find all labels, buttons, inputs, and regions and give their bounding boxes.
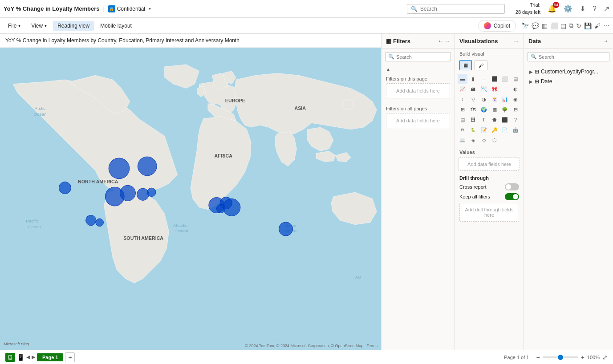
keep-filters-toggle[interactable] bbox=[505, 193, 519, 200]
format-icon[interactable]: 🖌 bbox=[594, 22, 601, 29]
refresh-icon[interactable]: ↻ bbox=[576, 22, 581, 29]
copilot-btn[interactable]: Copilot bbox=[478, 20, 516, 32]
drill-dropzone[interactable]: Add drill through fields here bbox=[459, 203, 519, 222]
data-tree-item-date[interactable]: ▶ ⊞ Date bbox=[528, 77, 609, 86]
view-menu[interactable]: View ▾ bbox=[27, 21, 51, 31]
viz-line[interactable]: 📈 bbox=[458, 84, 467, 94]
viz-smart-narrative[interactable]: 📝 bbox=[479, 125, 489, 135]
viz-extra4[interactable]: ⋯ bbox=[500, 135, 510, 145]
viz-key-influencer[interactable]: 🔑 bbox=[490, 125, 499, 135]
viz-line-cluster[interactable]: 📉 bbox=[479, 84, 489, 94]
viz-r[interactable]: R bbox=[458, 125, 467, 135]
search-box[interactable]: 🔍 bbox=[407, 4, 505, 14]
viz-stacked-bar2[interactable]: ≡ bbox=[479, 74, 489, 84]
file-menu[interactable]: File ▾ bbox=[4, 21, 25, 31]
filter-search-input[interactable] bbox=[396, 54, 448, 60]
viz-extra1[interactable]: ◈ bbox=[468, 135, 478, 145]
bubble-14[interactable] bbox=[279, 222, 292, 236]
viz-waterfall[interactable]: ↕ bbox=[458, 94, 467, 104]
data-search-input[interactable] bbox=[539, 54, 606, 60]
viz-pie[interactable]: ◐ bbox=[511, 84, 520, 94]
map-canvas[interactable]: NORTH AMERICA SOUTH AMERICA AFRICA ASIA … bbox=[0, 48, 381, 350]
bubble-3[interactable] bbox=[120, 185, 135, 201]
notification-btn[interactable]: 🔔 64 bbox=[548, 4, 556, 13]
settings-btn[interactable]: ⚙️ bbox=[564, 4, 572, 13]
bubble-5[interactable] bbox=[147, 188, 156, 196]
viz-extra3[interactable]: ⬡ bbox=[490, 135, 499, 145]
filters-on-page-menu[interactable]: ⋯ bbox=[445, 76, 450, 81]
zoom-slider-track[interactable] bbox=[543, 356, 578, 358]
viz-map[interactable]: 🗺 bbox=[468, 105, 478, 114]
data-expand-btn[interactable]: → bbox=[602, 37, 609, 44]
share-btn[interactable]: ↗ bbox=[604, 4, 609, 13]
zoom-slider-thumb[interactable] bbox=[558, 355, 563, 360]
next-page-btn[interactable]: ▶ bbox=[32, 354, 35, 360]
bubble-12[interactable] bbox=[223, 199, 240, 216]
viz-table[interactable]: ⊟ bbox=[511, 105, 520, 114]
cross-report-toggle[interactable] bbox=[505, 183, 519, 190]
expand-icon[interactable]: ⬜ bbox=[550, 22, 558, 29]
fit-screen-btn[interactable]: ⤢ bbox=[602, 354, 608, 361]
viz-qna[interactable]: ? bbox=[511, 115, 520, 125]
zoom-plus-btn[interactable]: + bbox=[581, 354, 585, 361]
viz-stacked-col[interactable]: ⬜ bbox=[500, 74, 510, 84]
table-icon-btn[interactable]: ▦ bbox=[542, 22, 548, 29]
mobile-view-icon[interactable]: 📱 bbox=[17, 354, 24, 361]
bubble-6[interactable] bbox=[86, 215, 96, 225]
filter-dropzone-all[interactable]: Add data fields here bbox=[386, 113, 450, 128]
viz-slicer[interactable]: ▤ bbox=[458, 115, 467, 125]
viz-gauge[interactable]: ◑ bbox=[479, 94, 489, 104]
reading-view-btn[interactable]: Reading view bbox=[53, 21, 94, 31]
values-dropzone[interactable]: Add data fields here bbox=[459, 158, 520, 171]
mobile-layout-btn[interactable]: Mobile layout bbox=[96, 21, 136, 31]
viz-python[interactable]: 🐍 bbox=[468, 125, 478, 135]
bubble-7[interactable] bbox=[96, 218, 104, 226]
viz-button[interactable]: ⬛ bbox=[500, 115, 510, 125]
filters-expand-btn[interactable]: → bbox=[444, 37, 450, 44]
viz-paginated[interactable]: 📄 bbox=[500, 125, 510, 135]
prev-page-btn[interactable]: ◀ bbox=[26, 354, 30, 360]
viz-filled-map[interactable]: 🌍 bbox=[479, 105, 489, 114]
viz-kpi[interactable]: 📊 bbox=[500, 94, 510, 104]
doc-dropdown-arrow[interactable]: ▾ bbox=[149, 6, 151, 11]
viz-decomp-tree[interactable]: 🌳 bbox=[500, 105, 510, 114]
binoculars-icon[interactable]: 🔭 bbox=[521, 22, 529, 29]
help-btn[interactable]: ? bbox=[593, 5, 597, 13]
viz-treemap[interactable]: ▦ bbox=[490, 105, 499, 114]
viz-ribbon[interactable]: 🎀 bbox=[490, 84, 499, 94]
more-icon[interactable]: ⋯ bbox=[603, 22, 609, 29]
download-btn[interactable]: ⬇ bbox=[580, 4, 585, 13]
bubble-4[interactable] bbox=[137, 188, 149, 200]
filter-search-box[interactable]: 🔍 bbox=[385, 52, 451, 61]
viz-100pct-col[interactable]: ▤ bbox=[511, 74, 520, 84]
filter-dropzone-page[interactable]: Add data fields here bbox=[386, 83, 450, 98]
viz-stacked-bar[interactable]: ▬ bbox=[458, 74, 467, 84]
viz-scatter[interactable]: ⋮ bbox=[500, 84, 510, 94]
data-tree-item-customers[interactable]: ▶ ⊞ CustomerLoyaltyProgr... bbox=[528, 67, 609, 77]
add-page-btn[interactable]: + bbox=[65, 352, 75, 362]
comment-icon[interactable]: 💬 bbox=[532, 22, 539, 29]
bubble-9[interactable] bbox=[138, 157, 157, 176]
desktop-view-icon[interactable]: 🖥 bbox=[5, 353, 15, 362]
page-tab[interactable]: Page 1 bbox=[37, 353, 63, 361]
viz-area[interactable]: 🏔 bbox=[468, 84, 478, 94]
data-search-box[interactable]: 🔍 bbox=[528, 52, 609, 61]
viz-funnel[interactable]: ▽ bbox=[468, 94, 478, 104]
viz-narrative[interactable]: 📖 bbox=[458, 135, 467, 145]
viz-clustered-bar[interactable]: ▮ bbox=[468, 74, 478, 84]
viz-matrix[interactable]: ⊞ bbox=[458, 105, 467, 114]
search-input[interactable] bbox=[420, 6, 501, 12]
viz-ai-visual[interactable]: 🤖 bbox=[511, 125, 520, 135]
viz-clustered-col[interactable]: ⬛ bbox=[490, 74, 499, 84]
save-icon[interactable]: 💾 bbox=[584, 22, 592, 29]
viz-image[interactable]: 🖼 bbox=[468, 115, 478, 125]
filter-collapse[interactable]: ▲ bbox=[382, 65, 455, 73]
filters-back-btn[interactable]: ← bbox=[438, 37, 444, 44]
bubble-13[interactable] bbox=[216, 204, 225, 213]
bubble-8[interactable] bbox=[109, 158, 130, 179]
filters-all-pages-menu[interactable]: ⋯ bbox=[445, 105, 450, 111]
viz-shape[interactable]: ⬟ bbox=[490, 115, 499, 125]
bubble-1[interactable] bbox=[59, 182, 71, 194]
zoom-minus-btn[interactable]: − bbox=[536, 354, 540, 361]
viz-textbox[interactable]: T bbox=[479, 115, 489, 125]
